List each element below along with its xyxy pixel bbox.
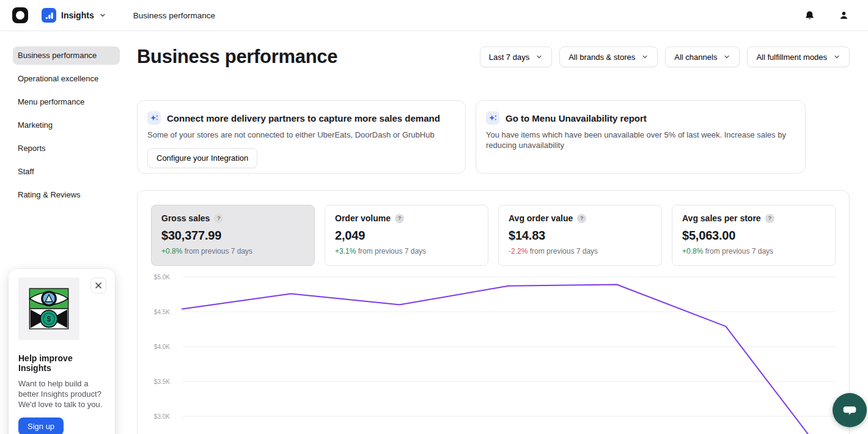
svg-text:$3.0K: $3.0K <box>154 413 170 420</box>
brands-stores-filter-label: All brands & stores <box>568 53 635 62</box>
kpi-value: $5,063.00 <box>682 229 825 243</box>
help-icon[interactable]: ? <box>214 214 223 223</box>
close-icon <box>95 282 102 289</box>
kpi-label: Gross sales <box>161 213 210 223</box>
top-nav: Insights Business performance <box>0 0 868 31</box>
kpi-delta: +3.1% from previous 7 days <box>335 247 478 256</box>
kpi-label: Order volume <box>335 213 391 223</box>
chat-bubble-icon <box>840 401 859 419</box>
date-range-filter[interactable]: Last 7 days <box>480 46 553 67</box>
delta-suffix: from previous 7 days <box>530 247 598 256</box>
kpi-card-order-volume[interactable]: Order volume ? 2,049 +3.1% from previous… <box>325 205 488 266</box>
sparkle-icon <box>486 111 499 125</box>
insights-app-switcher[interactable]: Insights <box>42 8 106 23</box>
chevron-down-icon <box>723 53 730 61</box>
configure-integration-button[interactable]: Configure your Integration <box>147 148 257 168</box>
chevron-down-icon <box>535 53 543 61</box>
menu-unavailability-banner[interactable]: Go to Menu Unavailability report You hav… <box>476 100 806 174</box>
svg-text:$4.5K: $4.5K <box>154 309 170 315</box>
account-button[interactable] <box>835 7 852 24</box>
notifications-button[interactable] <box>801 7 818 24</box>
kpi-card-avg-order-value[interactable]: Avg order value ? $14.83 -2.2% from prev… <box>498 205 662 266</box>
filter-bar: Last 7 days All brands & stores All chan… <box>480 46 850 67</box>
survey-popup: $ Help improve Insights Want to help bui… <box>9 269 115 434</box>
delta-suffix: from previous 7 days <box>358 247 426 256</box>
kpi-delta: -2.2% from previous 7 days <box>509 247 652 256</box>
survey-title: Help improve Insights <box>18 353 105 373</box>
fulfillment-modes-filter[interactable]: All fulfillment modes <box>747 46 850 67</box>
sidebar-item-marketing[interactable]: Marketing <box>13 116 120 134</box>
sparkle-icon <box>147 111 161 125</box>
sales-line-chart: $5.0K$4.5K$4.0K$3.5K$3.0K <box>151 270 836 434</box>
metrics-panel: Gross sales ? $30,377.99 +0.8% from prev… <box>137 190 850 434</box>
delta-suffix: from previous 7 days <box>705 247 773 256</box>
delivery-partners-banner: Connect more delivery partners to captur… <box>137 100 466 174</box>
date-range-filter-label: Last 7 days <box>489 53 530 62</box>
kpi-label: Avg sales per store <box>682 213 761 223</box>
help-icon[interactable]: ? <box>577 214 586 223</box>
brands-stores-filter[interactable]: All brands & stores <box>559 46 658 67</box>
close-survey-button[interactable] <box>90 278 106 293</box>
delta-percent: +0.8% <box>682 247 703 256</box>
kpi-value: $30,377.99 <box>161 229 304 243</box>
kpi-card-gross-sales[interactable]: Gross sales ? $30,377.99 +0.8% from prev… <box>151 205 315 266</box>
bell-icon <box>804 10 815 21</box>
sidebar-item-staff[interactable]: Staff <box>13 163 120 181</box>
chevron-down-icon <box>833 53 840 61</box>
sign-up-button[interactable]: Sign up <box>18 417 64 434</box>
kpi-card-avg-sales-per-store[interactable]: Avg sales per store ? $5,063.00 +0.8% fr… <box>672 205 836 266</box>
kpi-delta: +0.8% from previous 7 days <box>682 247 825 256</box>
chevron-down-icon <box>641 53 649 61</box>
delta-percent: -2.2% <box>509 247 528 256</box>
fulfillment-modes-filter-label: All fulfillment modes <box>756 53 827 62</box>
person-icon <box>838 10 850 21</box>
channels-filter-label: All channels <box>674 53 717 62</box>
banner-description: You have items which have been unavailab… <box>486 130 795 150</box>
delta-suffix: from previous 7 days <box>185 247 252 256</box>
chart-area: $5.0K$4.5K$4.0K$3.5K$3.0K <box>151 270 836 434</box>
chat-launcher-button[interactable] <box>833 393 867 427</box>
main-content: Business performance Last 7 days All bra… <box>137 31 868 434</box>
kpi-value: $14.83 <box>509 229 652 243</box>
survey-illustration: $ <box>18 278 79 340</box>
banner-title: Go to Menu Unavailability report <box>506 113 647 123</box>
channels-filter[interactable]: All channels <box>665 46 740 67</box>
sidebar-item-business-performance[interactable]: Business performance <box>13 46 120 65</box>
sidebar-item-reports[interactable]: Reports <box>13 139 120 158</box>
sidebar-item-operational-excellence[interactable]: Operational excellence <box>13 70 120 88</box>
app-name: Insights <box>61 10 94 20</box>
svg-text:$3.5K: $3.5K <box>154 378 170 385</box>
otter-logo[interactable] <box>12 7 28 23</box>
otter-logo-circle <box>16 11 24 20</box>
banner-title: Connect more delivery partners to captur… <box>167 113 440 123</box>
svg-text:$: $ <box>46 314 51 323</box>
delta-percent: +3.1% <box>335 247 356 256</box>
nav-breadcrumb-title: Business performance <box>133 11 215 20</box>
help-icon[interactable]: ? <box>395 214 404 223</box>
survey-body: Want to help build a better Insights pro… <box>18 378 105 410</box>
svg-text:$4.0K: $4.0K <box>154 344 170 350</box>
chevron-down-icon <box>99 12 106 19</box>
sidebar-item-rating-reviews[interactable]: Rating & Reviews <box>13 186 120 204</box>
sidebar-item-menu-performance[interactable]: Menu performance <box>13 93 120 111</box>
banner-description: Some of your stores are not connected to… <box>147 130 453 140</box>
insights-chart-icon <box>42 8 56 23</box>
kpi-delta: +0.8% from previous 7 days <box>161 247 304 256</box>
help-icon[interactable]: ? <box>765 214 774 223</box>
kpi-label: Avg order value <box>509 213 573 223</box>
kpi-value: 2,049 <box>335 229 478 243</box>
svg-text:$5.0K: $5.0K <box>154 274 170 281</box>
delta-percent: +0.8% <box>161 247 182 256</box>
page-title: Business performance <box>137 46 337 68</box>
